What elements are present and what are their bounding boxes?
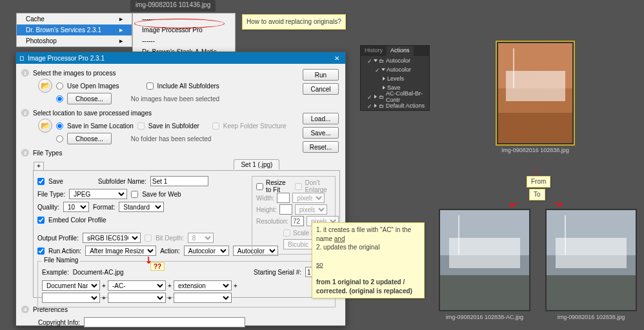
action-label: Action: xyxy=(160,248,180,255)
height-unit: pixels xyxy=(295,204,327,215)
save-button[interactable]: Save... xyxy=(303,127,339,139)
thumb-corrected-caption: img-09082016 102838-AC.jpg xyxy=(439,314,530,320)
fn-token-4[interactable] xyxy=(42,293,100,303)
step1-hint: No images have been selected xyxy=(131,95,219,102)
resolution-label: Resolution: xyxy=(256,218,288,225)
save-checkbox[interactable] xyxy=(37,178,45,185)
menu-item-drbrown[interactable]: Dr. Brown's Services 2.3.1 xyxy=(17,24,132,35)
choose-output-radio[interactable] xyxy=(56,135,63,142)
fn-token-3[interactable]: extension xyxy=(174,280,232,291)
subfolder-label: Subfolder Name: xyxy=(98,178,146,185)
photo-replaced xyxy=(547,210,636,310)
quality-select[interactable]: 10 xyxy=(63,202,89,212)
actions-set-default[interactable]: ✓🗀Default Actions xyxy=(361,101,429,110)
choose-output-button[interactable]: Choose... xyxy=(67,133,112,144)
subfolder-input[interactable] xyxy=(150,176,208,186)
save-subfolder-check[interactable] xyxy=(137,122,145,130)
bitdepth-check xyxy=(145,235,152,242)
menu-item-cache[interactable]: Cache xyxy=(17,14,132,24)
resolution-input xyxy=(291,216,304,226)
actions-tab[interactable]: Actions xyxy=(387,46,414,56)
fn-token-2[interactable]: -AC- xyxy=(108,280,166,291)
note-top: How to avoid replacing originals? xyxy=(242,14,346,30)
folder-icon: 📂 xyxy=(38,79,52,93)
example-label: Example: xyxy=(42,269,69,276)
choose-input-button[interactable]: Choose... xyxy=(67,93,112,104)
step3-bullet: 3 xyxy=(21,149,29,157)
to-label: To xyxy=(529,189,545,200)
menu-sub-ipp[interactable]: Image Processor Pro xyxy=(133,24,235,35)
document-tab[interactable]: img-09082016 101436.jpg xyxy=(130,0,216,12)
quality-label: Quality: xyxy=(37,204,59,211)
copyright-label: Copyright Info: xyxy=(38,319,80,326)
photo-original xyxy=(498,43,572,143)
reset-button[interactable]: Reset... xyxy=(303,141,339,153)
format-label: Format: xyxy=(93,204,115,211)
action-set-select[interactable]: Autocolor xyxy=(184,246,229,256)
thumb-replaced[interactable]: img-09082016 102838.jpg xyxy=(545,209,637,320)
use-open-images-radio[interactable] xyxy=(56,82,63,90)
app-icon: 🗋 xyxy=(19,55,25,62)
height-label: Height: xyxy=(256,206,277,213)
dialog-titlebar[interactable]: 🗋 Image Processor Pro 2.3.1 ✕ xyxy=(16,52,345,64)
save-for-web-label: Save for Web xyxy=(142,191,181,198)
step3-label: File Types xyxy=(33,150,62,157)
step4-bullet: 4 xyxy=(21,306,29,313)
step1-label: Select the images to process xyxy=(33,70,116,77)
step2-bullet: 2 xyxy=(21,109,29,117)
run-button[interactable]: Run xyxy=(303,69,339,81)
action-step-levels[interactable]: Levels xyxy=(361,74,429,83)
keep-structure-label: Keep Folder Structure xyxy=(223,122,287,130)
actions-panel: History Actions ✓🗀Autocolor ✓Autocolor L… xyxy=(360,45,430,111)
bitdepth-label: Bit Depth: xyxy=(156,235,184,242)
step2-hint: No folder has been selected xyxy=(131,135,212,142)
include-subfolders-label: Include All Subfolders xyxy=(157,82,219,90)
include-subfolders-check[interactable] xyxy=(146,82,154,90)
save-same-radio[interactable] xyxy=(56,122,63,130)
thumb-corrected-ac[interactable]: img-09082016 102838-AC.jpg xyxy=(439,209,530,320)
copyright-input[interactable] xyxy=(84,317,245,327)
width-label: Width: xyxy=(256,195,274,202)
keep-structure-check xyxy=(212,122,219,130)
filetype-select[interactable]: JPEG xyxy=(69,189,127,199)
close-icon[interactable]: ✕ xyxy=(331,55,343,62)
resize-to-fit-check[interactable] xyxy=(256,183,263,190)
thumb-original[interactable]: img-09082016 102838.jpg xyxy=(497,42,574,153)
dialog-title: Image Processor Pro 2.3.1 xyxy=(28,55,331,62)
actions-set-autocolor[interactable]: ✓🗀Autocolor xyxy=(361,56,429,65)
save-for-web-check[interactable] xyxy=(131,191,138,198)
save-same-label: Save in Same Location xyxy=(67,122,134,130)
bitdepth-select: 8 xyxy=(188,233,214,243)
ipp-dialog: 🗋 Image Processor Pro 2.3.1 ✕ Run Cancel… xyxy=(15,52,346,326)
output-profile-select[interactable]: sRGB IEC61966-2.1 xyxy=(83,233,141,243)
save-subfolder-label: Save in Subfolder xyxy=(148,122,199,130)
fn-token-1[interactable]: Document Name xyxy=(42,280,100,291)
format-select[interactable]: Standard xyxy=(119,202,164,212)
run-action-check[interactable] xyxy=(37,248,45,255)
menu-item-photoshop[interactable]: Photoshop xyxy=(17,35,132,46)
file-naming-group: File Naming Example: Document-AC.jpg Sta… xyxy=(37,261,336,307)
use-open-images-label: Use Open Images xyxy=(67,82,119,90)
set-tab[interactable]: Set 1 (.jpg) xyxy=(234,159,279,170)
embed-profile-check[interactable] xyxy=(37,217,45,224)
load-button[interactable]: Load... xyxy=(303,113,339,124)
save-label: Save xyxy=(48,178,63,185)
fn-token-5[interactable] xyxy=(108,293,166,303)
action-autocolor[interactable]: ✓Autocolor xyxy=(361,65,429,74)
history-tab[interactable]: History xyxy=(361,46,387,56)
cancel-button[interactable]: Cancel xyxy=(303,83,339,95)
filetype-label: File Type: xyxy=(37,191,65,198)
dont-enlarge-check xyxy=(295,183,302,190)
step2-label: Select location to save processed images xyxy=(33,110,152,117)
actions-set-accolbal[interactable]: ✓🗀AC-ColBal-Br-Contr xyxy=(361,92,429,101)
annotation-qmark: ?? xyxy=(150,262,165,271)
run-action-label: Run Action: xyxy=(48,248,81,255)
step1-bullet: 1 xyxy=(21,69,29,77)
file-naming-legend: File Naming xyxy=(42,257,80,264)
thumb-replaced-caption: img-09082016 102838.jpg xyxy=(545,314,637,320)
scale-styles-check xyxy=(283,229,290,237)
run-action-when-select[interactable]: After Image Resize xyxy=(85,246,156,256)
width-input xyxy=(277,193,290,203)
fn-token-6[interactable] xyxy=(174,293,232,303)
choose-folder-radio[interactable] xyxy=(56,95,63,102)
